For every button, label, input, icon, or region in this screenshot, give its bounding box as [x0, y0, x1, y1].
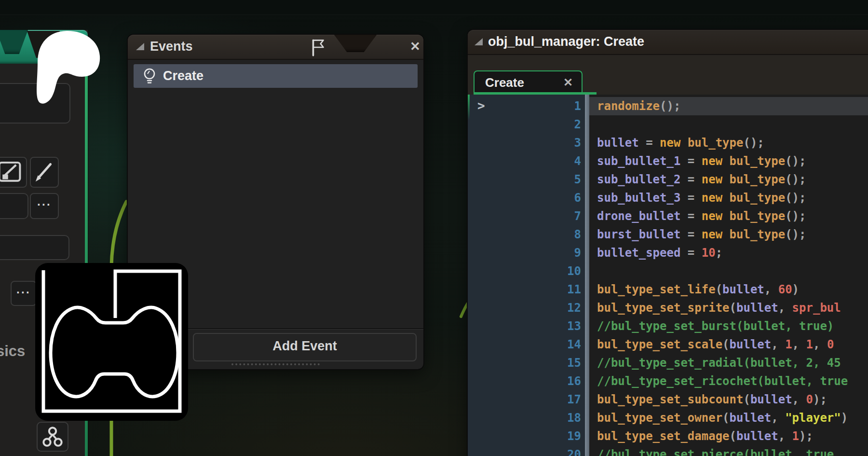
edit-image-button[interactable] [0, 157, 27, 188]
code-line[interactable]: bul_type_set_sprite(bullet, spr_bul [589, 299, 868, 317]
code-token: ; [716, 246, 722, 260]
edit-sprite-button[interactable] [30, 157, 59, 188]
event-label: Create [163, 69, 203, 83]
code-token [722, 228, 729, 241]
code-token: bul_type [688, 136, 744, 150]
code-line[interactable]: bul_type_set_subcount(bullet, 0); [589, 390, 868, 409]
code-line[interactable]: drone_bullet = new bul_type(); [589, 207, 868, 225]
flag-icon[interactable] [309, 38, 327, 57]
events-titlebar[interactable]: Events ✕ [128, 35, 423, 60]
gamepad-overlay [35, 263, 188, 421]
events-window-title: Events [150, 39, 193, 54]
code-line[interactable]: bul_type_set_owner(bullet, "player") [589, 409, 868, 427]
code-token: new [702, 228, 722, 241]
code-token: (); [743, 136, 764, 150]
code-line[interactable]: sub_bullet_3 = new bul_type(); [589, 189, 868, 207]
line-number: 7 [468, 207, 581, 225]
code-token: (); [785, 191, 806, 205]
code-titlebar[interactable]: obj_bul_manager: Create [468, 30, 868, 55]
code-token: , [792, 393, 806, 406]
line-number: 1 [468, 97, 581, 115]
line-number: 2 [468, 115, 581, 134]
code-line[interactable]: sub_bullet_2 = new bul_type(); [589, 170, 868, 189]
code-token: bul_type_set_scale [597, 338, 722, 351]
code-token: ); [813, 393, 827, 406]
code-line[interactable]: sub_bullet_1 = new bul_type(); [589, 152, 868, 170]
workspace-top-strip [0, 0, 868, 15]
code-line[interactable] [589, 115, 868, 134]
code-token: bul_type [730, 228, 786, 241]
line-number: 3 [468, 134, 581, 152]
code-token: bul_type_set_sprite [597, 301, 730, 315]
code-token: (); [660, 99, 680, 113]
line-number: 20 [468, 445, 581, 456]
line-number: 5 [468, 170, 581, 189]
event-item-create[interactable]: Create [134, 64, 418, 88]
collapse-triangle-icon[interactable] [136, 43, 144, 50]
collapse-triangle-icon[interactable] [475, 38, 483, 45]
code-line[interactable]: bullet = new bul_type(); [589, 134, 868, 152]
code-token: new [702, 173, 722, 186]
code-line[interactable]: burst_bullet = new bul_type(); [589, 225, 868, 244]
code-token: bul_type [730, 209, 786, 223]
code-line[interactable]: bul_type_set_damage(bullet, 1); [589, 427, 868, 445]
gutter-separator[interactable] [585, 95, 589, 456]
code-line[interactable]: randomize(); [589, 97, 868, 115]
code-token [722, 154, 729, 168]
code-token: spr_bul [792, 301, 841, 315]
code-line[interactable]: //bul_type_set_burst(bullet, true) [589, 317, 868, 335]
add-event-button[interactable]: Add Event [193, 333, 417, 361]
code-token: bullet [730, 411, 772, 425]
code-token: "player" [785, 411, 841, 425]
code-token: = [680, 191, 701, 205]
molecule-icon [41, 426, 64, 448]
resize-handle[interactable] [231, 363, 320, 365]
line-number: 16 [468, 372, 581, 390]
code-line[interactable]: bullet_speed = 10; [589, 244, 868, 262]
code-line[interactable]: //bul_type_set_radial(bullet, 2, 45 [589, 354, 868, 372]
collision-mask-field[interactable] [0, 193, 28, 219]
browse-button-2[interactable]: ··· [11, 281, 37, 306]
code-line[interactable] [589, 262, 868, 280]
events-close-button[interactable]: ✕ [410, 39, 420, 54]
code-line[interactable]: //bul_type_set_pierce(bullet, true [589, 445, 868, 456]
gamemaker-workspace: { "colors": { "accent_green": "#2ca55d",… [0, 0, 868, 456]
chain-notch [334, 35, 377, 52]
lightbulb-icon [143, 68, 156, 85]
gutter-numbers: 1234567891011121314151617181920 [468, 95, 581, 456]
code-token: //bul_type_set_ricochet(bullet, true [597, 374, 848, 388]
code-token: ( [730, 301, 736, 315]
code-token: , [792, 338, 806, 351]
code-token: 10 [702, 246, 716, 260]
code-token: bullet [730, 338, 772, 351]
code-token: new [702, 209, 722, 223]
code-token: sub_bullet_3 [597, 191, 680, 205]
code-lines[interactable]: randomize();bullet = new bul_type();sub_… [589, 95, 868, 456]
code-token: ( [716, 283, 722, 296]
code-token: ( [722, 411, 729, 425]
code-line[interactable]: bul_type_set_scale(bullet, 1, 1, 0 [589, 335, 868, 354]
tab-close-button[interactable]: ✕ [563, 76, 573, 89]
tab-label: Create [485, 75, 524, 90]
parent-field[interactable] [0, 235, 69, 260]
code-token: ) [841, 411, 848, 425]
code-line[interactable]: bul_type_set_life(bullet, 60) [589, 280, 868, 299]
code-token: ( [730, 429, 736, 443]
code-token: sub_bullet_2 [597, 173, 680, 186]
code-token: 0 [827, 338, 834, 351]
code-token: new [702, 154, 722, 168]
line-number: 17 [468, 390, 581, 409]
code-token: bullet_speed [597, 246, 680, 260]
code-token: ); [799, 429, 813, 443]
code-token: 60 [778, 283, 792, 296]
group-button[interactable] [37, 422, 68, 452]
line-number: 19 [468, 427, 581, 445]
code-line[interactable]: //bul_type_set_ricochet(bullet, true [589, 372, 868, 390]
code-token: = [680, 246, 701, 260]
code-token: burst_bullet [597, 228, 680, 241]
code-token: = [639, 136, 660, 150]
ellipsis-label: ··· [12, 282, 36, 303]
browse-button[interactable]: ··· [30, 193, 59, 219]
gamepad-icon [35, 263, 188, 421]
code-token: bul_type [730, 191, 786, 205]
